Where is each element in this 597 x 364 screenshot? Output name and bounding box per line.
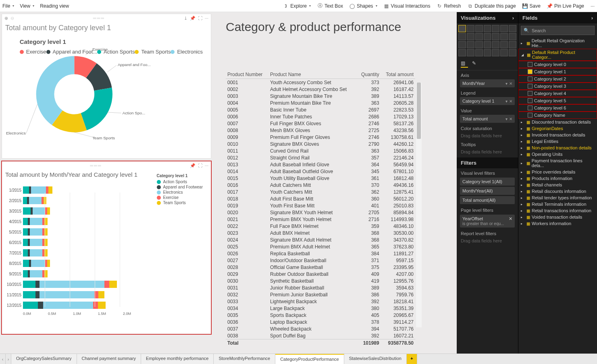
bar-segment[interactable] xyxy=(30,218,42,225)
bar-segment[interactable] xyxy=(23,228,28,236)
drill-down-icon[interactable]: ⊕ xyxy=(4,16,8,21)
field-checkbox[interactable] xyxy=(528,69,533,74)
field-item[interactable]: Category level 2 xyxy=(518,75,597,83)
legend-item[interactable]: Apparel and Foot... xyxy=(46,49,98,55)
viz-type-button[interactable] xyxy=(500,25,508,32)
page-tab[interactable]: CategoryProductPerformance xyxy=(275,354,344,364)
viz-type-button[interactable] xyxy=(492,49,499,56)
bar-segment[interactable] xyxy=(23,270,28,277)
viz-type-button[interactable] xyxy=(484,25,491,32)
field-checkbox[interactable] xyxy=(528,84,533,89)
table-row[interactable]: 0013Adult Baseball Infield Glove36456459… xyxy=(226,161,415,168)
stacked-bar-visual[interactable]: ═══ 📌 ⛶ ··· Total amount by Month/Year a… xyxy=(2,161,211,334)
bar-segment[interactable] xyxy=(48,186,52,194)
bar-segment[interactable] xyxy=(23,218,28,225)
table-row[interactable]: 0011Curved Grind Rail36315066.83 xyxy=(226,147,415,154)
table-row[interactable]: 0030Synthetic Basketball41912955.76 xyxy=(226,277,415,284)
field-table[interactable]: ▸▦Voided transaction details xyxy=(518,214,597,220)
table-row[interactable]: 0019Youth First Base Mitt40125010.83 xyxy=(226,202,415,209)
bar-segment[interactable] xyxy=(23,197,27,204)
remove-icon[interactable]: ✕ xyxy=(509,99,512,103)
chevron-down-icon[interactable]: ▾ xyxy=(505,81,508,86)
field-table[interactable]: ▸▦Retail Terminals information xyxy=(518,201,597,207)
visual-interactions-button[interactable]: ▦Visual Interactions xyxy=(384,3,431,9)
export-icon[interactable]: ⤓ xyxy=(184,16,187,21)
table-row[interactable]: 0015Youth Utility Baseball Glove36116812… xyxy=(226,175,415,182)
viz-type-button[interactable] xyxy=(484,33,491,40)
table-row[interactable]: 0018Adult First Base Mitt36056012.20 xyxy=(226,195,415,202)
saturation-drop[interactable]: Drag data fields here xyxy=(457,132,518,140)
more-button[interactable]: ··· xyxy=(591,3,595,9)
field-table[interactable]: ▸▦Retail channels xyxy=(518,182,597,188)
field-item[interactable]: Category level 1 xyxy=(518,68,597,75)
textbox-button[interactable]: ⒶText Box xyxy=(317,3,343,9)
fields-mode-icon[interactable]: ▥ xyxy=(461,60,468,68)
page-tab[interactable]: OrgCategorySalesSummary xyxy=(11,354,77,364)
scroll-tabs-right[interactable]: › xyxy=(6,354,11,364)
bar-segment[interactable] xyxy=(30,228,42,236)
table-row[interactable]: 0022Full Face BMX Helmet35948346.10 xyxy=(226,223,415,230)
field-checkbox[interactable] xyxy=(528,77,533,81)
viz-type-button[interactable] xyxy=(467,41,474,48)
explore-menu[interactable]: 🕽Explore▾ xyxy=(283,3,311,9)
pin-visual-icon[interactable]: 📌 xyxy=(190,16,196,21)
bar-row[interactable]: 1/2015 xyxy=(5,185,208,195)
field-checkbox[interactable] xyxy=(528,91,533,96)
bar-row[interactable]: 2/2015 xyxy=(5,196,208,205)
remove-icon[interactable]: ✕ xyxy=(509,117,512,121)
collapse-icon[interactable]: › xyxy=(512,15,514,21)
field-table[interactable]: ◢▦Default Retail Product Categor... xyxy=(518,49,597,61)
table-row[interactable]: 0002Adult Helmet Accessory Combo Set3921… xyxy=(226,86,415,93)
bar-segment[interactable] xyxy=(38,302,43,309)
bar-segment[interactable] xyxy=(104,281,109,288)
table-row[interactable]: 0001Youth Accessory Combo Set37326941.06 xyxy=(226,79,415,86)
bar-segment[interactable] xyxy=(31,186,46,194)
viz-type-button[interactable] xyxy=(509,41,516,48)
table-row[interactable]: 0021Premium BMX Youth Helmet2716114993.9… xyxy=(226,216,415,223)
table-row[interactable]: 0006Inner Tube Patches268617029.13 xyxy=(226,113,415,120)
table-row[interactable]: 0026Replica Basketball38411891.27 xyxy=(226,250,415,257)
add-page-tab[interactable]: + xyxy=(407,354,417,364)
chevron-down-icon[interactable]: ▾ xyxy=(505,99,508,103)
field-table[interactable]: ▸▦Retail transactions information xyxy=(518,207,597,214)
column-header[interactable]: Product Name xyxy=(268,70,357,79)
visual-more-icon[interactable]: ··· xyxy=(205,163,208,168)
bar-segment[interactable] xyxy=(23,186,29,194)
tooltips-drop[interactable]: Drag data fields here xyxy=(457,148,518,156)
collapse-icon[interactable]: › xyxy=(591,15,593,21)
view-menu[interactable]: View▾ xyxy=(20,3,34,9)
table-row[interactable]: 0029Rubber Outdoor Basketball4094207.00 xyxy=(226,271,415,277)
focus-icon[interactable]: ⛶ xyxy=(198,163,202,168)
bar-segment[interactable] xyxy=(33,207,45,215)
bar-segment[interactable] xyxy=(47,207,50,215)
save-button[interactable]: 💾Save xyxy=(522,3,541,9)
bar-segment[interactable] xyxy=(98,302,106,309)
field-table[interactable]: ▸▦Invoiced transaction details xyxy=(518,132,597,138)
bar-segment[interactable] xyxy=(93,302,98,309)
field-item[interactable]: Category level 3 xyxy=(518,83,597,90)
visual-filter-item[interactable]: Category level 1(All) xyxy=(460,178,515,186)
field-item[interactable]: Category level 0 xyxy=(518,61,597,68)
field-table[interactable]: ▸▦Default Retail Organization Hie... xyxy=(518,37,597,49)
field-table[interactable]: ▸▦Discounted transaction details xyxy=(518,119,597,125)
bar-segment[interactable] xyxy=(23,207,31,215)
table-row[interactable]: 0037Wheeled Backpack39451707.76 xyxy=(226,325,415,332)
table-row[interactable]: 0016Adult Catchers Mitt37049436.16 xyxy=(226,182,415,188)
table-row[interactable]: 0012Straight Grind Rail35722146.24 xyxy=(226,154,415,161)
table-row[interactable]: 0035Sports Backpack40520965.67 xyxy=(226,312,415,318)
visual-more-icon[interactable]: ··· xyxy=(205,16,208,21)
fields-search[interactable]: 🔍Search xyxy=(521,26,595,35)
column-header[interactable]: Product Number xyxy=(226,70,268,79)
field-table[interactable]: ▸▦Products information xyxy=(518,175,597,182)
page-tab[interactable]: Employee monthly performance xyxy=(141,354,214,364)
bar-row[interactable]: 12/2015 xyxy=(5,300,208,310)
field-item[interactable]: Category Name xyxy=(518,112,597,119)
viz-type-button[interactable] xyxy=(458,33,466,40)
table-row[interactable]: 0023Adult BMX Helmet36830530.00 xyxy=(226,230,415,236)
table-row[interactable]: 0020Signature BMX Youth Helmet270585894.… xyxy=(226,209,415,216)
bar-segment[interactable] xyxy=(23,302,38,309)
table-row[interactable]: 0009Premium Full Finger Gloves2746130758… xyxy=(226,134,415,141)
table-row[interactable]: 0038Sport Duffel Bag39216072.21 xyxy=(226,332,415,339)
shapes-menu[interactable]: ◯Shapes▾ xyxy=(349,3,377,9)
report-filters-drop[interactable]: Drag data fields here xyxy=(457,237,518,245)
